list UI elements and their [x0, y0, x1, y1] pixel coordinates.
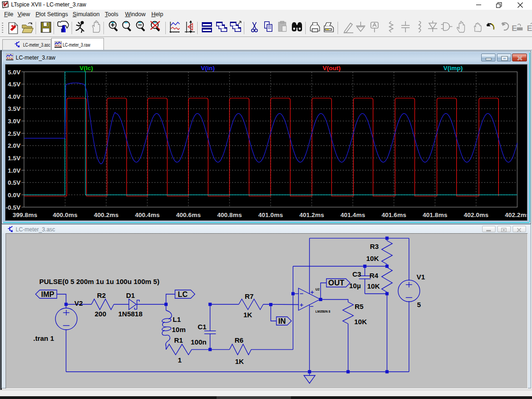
- svg-text:10K: 10K: [367, 282, 380, 290]
- svg-text:R1: R1: [174, 336, 183, 344]
- svg-text:5: 5: [417, 301, 421, 308]
- svg-text:0.0V: 0.0V: [8, 192, 21, 199]
- svg-text:4.5V: 4.5V: [8, 81, 21, 88]
- svg-text:1K: 1K: [235, 357, 244, 365]
- svg-text:400.4ms: 400.4ms: [135, 212, 159, 218]
- svg-text:10K: 10K: [354, 318, 367, 326]
- svg-text:10m: 10m: [172, 326, 186, 333]
- svg-text:R5: R5: [355, 302, 363, 310]
- svg-text:V(in): V(in): [201, 65, 215, 72]
- svg-text:U2: U2: [315, 288, 320, 291]
- svg-text:401.6ms: 401.6ms: [381, 212, 406, 218]
- svg-text:10µ: 10µ: [349, 282, 361, 290]
- svg-text:.tran 1: .tran 1: [33, 334, 54, 342]
- svg-text:3.5V: 3.5V: [8, 105, 21, 112]
- svg-text:401.8ms: 401.8ms: [423, 212, 447, 218]
- svg-text:IMP: IMP: [41, 290, 54, 298]
- svg-text:R3: R3: [370, 242, 379, 250]
- svg-text:1K: 1K: [243, 311, 252, 319]
- svg-text:10K: 10K: [366, 254, 379, 262]
- svg-text:IN: IN: [278, 317, 286, 325]
- svg-text:1: 1: [178, 356, 181, 364]
- svg-text:LM358/N 8: LM358/N 8: [315, 310, 331, 313]
- svg-text:R4: R4: [369, 272, 379, 279]
- svg-text:1.0V: 1.0V: [8, 167, 21, 174]
- svg-text:401.0ms: 401.0ms: [258, 212, 283, 218]
- svg-text:402.0ms: 402.0ms: [464, 212, 488, 218]
- svg-text:C3: C3: [352, 270, 361, 278]
- svg-text:1N5818: 1N5818: [118, 310, 143, 318]
- svg-text:399.8ms: 399.8ms: [12, 212, 37, 218]
- svg-text:5.0V: 5.0V: [8, 69, 21, 76]
- svg-text:4.0V: 4.0V: [8, 93, 21, 100]
- svg-text:V2: V2: [74, 299, 83, 307]
- svg-text:401.4ms: 401.4ms: [340, 212, 365, 218]
- svg-text:400.0ms: 400.0ms: [53, 212, 77, 218]
- svg-text:100n: 100n: [191, 338, 206, 346]
- svg-text:OUT: OUT: [328, 278, 345, 287]
- svg-text:2.5V: 2.5V: [8, 130, 21, 137]
- svg-text:PULSE(0 5 200m 1u 1u 100u 100m: PULSE(0 5 200m 1u 1u 100u 100m 5): [39, 278, 159, 285]
- svg-text:-0.5V: -0.5V: [6, 204, 20, 211]
- svg-text:R6: R6: [235, 336, 243, 344]
- svg-text:3.0V: 3.0V: [8, 118, 21, 125]
- svg-text:E: E: [512, 24, 517, 33]
- svg-text:R2: R2: [97, 291, 106, 299]
- svg-text:LC: LC: [178, 290, 188, 298]
- svg-text:L1: L1: [173, 315, 181, 323]
- svg-text:200: 200: [95, 310, 106, 318]
- svg-text:V1: V1: [417, 273, 425, 281]
- svg-text:R7: R7: [245, 292, 254, 300]
- svg-text:C1: C1: [198, 323, 206, 331]
- svg-text:V(out): V(out): [323, 65, 341, 72]
- svg-text:V(imp): V(imp): [443, 65, 463, 72]
- svg-text:401.2ms: 401.2ms: [299, 212, 324, 218]
- svg-text:400.2ms: 400.2ms: [94, 212, 118, 218]
- svg-text:2.0V: 2.0V: [8, 142, 21, 149]
- svg-text:400.6ms: 400.6ms: [176, 212, 200, 218]
- svg-text:1.5V: 1.5V: [8, 155, 21, 162]
- svg-text:V(lc): V(lc): [79, 65, 93, 72]
- svg-text:400.8ms: 400.8ms: [217, 212, 242, 218]
- svg-text:E: E: [527, 24, 532, 33]
- svg-text:402.2ms: 402.2ms: [505, 212, 527, 218]
- svg-text:D1: D1: [126, 291, 135, 299]
- svg-text:0.5V: 0.5V: [8, 179, 21, 186]
